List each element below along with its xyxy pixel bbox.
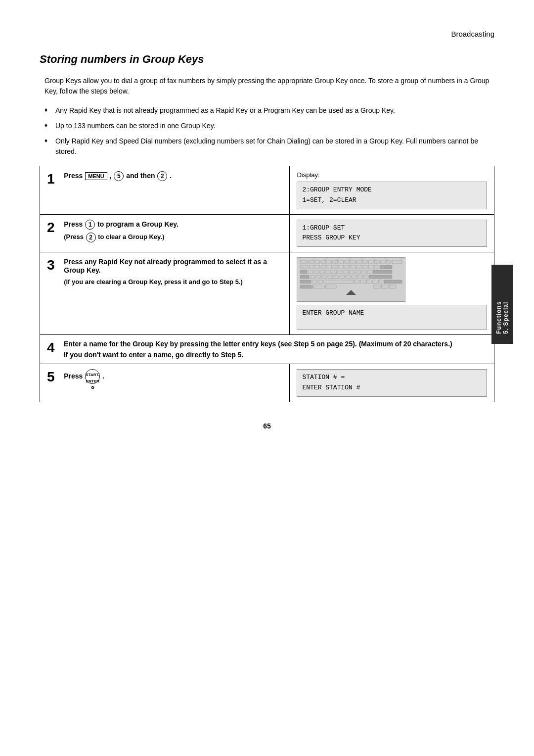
svg-rect-6 (339, 260, 344, 264)
svg-rect-49 (340, 275, 345, 279)
step-1-row: 1 Press MENU , 5 and then 2 . (40, 166, 494, 215)
svg-rect-27 (368, 265, 373, 269)
display-line-2-1: 1:GROUP SET (302, 223, 482, 234)
side-tab: 5. SpecialFunctions (491, 265, 513, 344)
step-4-sub1: If you don't want to enter a name, go di… (64, 351, 485, 359)
svg-rect-21 (333, 265, 338, 269)
step-2-rest: to program a Group Key. (97, 220, 178, 228)
svg-rect-61 (366, 280, 371, 284)
svg-rect-40 (361, 270, 366, 274)
svg-rect-47 (328, 275, 333, 279)
step-2-row: 2 Press 1 to program a Group Key. (Press… (40, 214, 494, 252)
svg-rect-31 (308, 270, 313, 274)
svg-rect-19 (321, 265, 326, 269)
step-5-content: 5 Press START/ENTER✿ . (47, 369, 282, 385)
svg-rect-48 (334, 275, 339, 279)
page-number: 65 (40, 422, 494, 430)
bullet-item-3: Only Rapid Key and Speed Dial numbers (e… (44, 136, 494, 157)
side-tab-label: 5. SpecialFunctions (495, 301, 509, 334)
svg-rect-62 (372, 280, 377, 284)
svg-rect-26 (362, 265, 367, 269)
svg-rect-69 (381, 285, 388, 288)
svg-rect-58 (324, 280, 354, 284)
svg-rect-11 (368, 260, 373, 264)
display-line-1-2: 1=SET, 2=CLEAR (302, 195, 482, 206)
svg-rect-12 (374, 260, 379, 264)
step-1-left: 1 Press MENU , 5 and then 2 . (40, 166, 290, 215)
steps-container: 1 Press MENU , 5 and then 2 . (40, 166, 494, 402)
step-5-display: STATION # = ENTER STATION # (290, 364, 494, 402)
section-title: Storing numbers in Group Keys (40, 53, 494, 66)
svg-rect-60 (360, 280, 365, 284)
svg-rect-2 (315, 260, 320, 264)
svg-rect-68 (373, 285, 380, 288)
svg-rect-50 (346, 275, 351, 279)
step-3-sub: (If you are clearing a Group Key, press … (64, 278, 280, 285)
start-enter-key: START/ENTER✿ (85, 369, 100, 384)
keyboard-image (297, 257, 405, 302)
svg-rect-37 (344, 270, 349, 274)
svg-rect-10 (362, 260, 367, 264)
svg-rect-45 (316, 275, 321, 279)
svg-rect-70 (389, 285, 396, 288)
svg-rect-35 (332, 270, 337, 274)
step-1-press-text: Press (64, 172, 83, 180)
svg-rect-15 (392, 260, 402, 264)
step-1-number: 1 (47, 171, 62, 187)
svg-rect-23 (345, 265, 350, 269)
svg-rect-7 (345, 260, 350, 264)
svg-rect-24 (351, 265, 356, 269)
svg-rect-30 (300, 270, 307, 274)
step-2-instruction: Press 1 to program a Group Key. (Press 2… (64, 220, 280, 242)
display-box-5: STATION # = ENTER STATION # (297, 369, 487, 397)
display-box-1: 2:GROUP ENTRY MODE 1=SET, 2=CLEAR (297, 182, 487, 209)
svg-rect-4 (327, 260, 332, 264)
key-5: 5 (114, 171, 124, 181)
svg-rect-1 (309, 260, 314, 264)
step-5-press-text: Press (64, 372, 83, 380)
svg-rect-64 (384, 280, 402, 284)
step-3-number: 3 (47, 257, 62, 273)
svg-rect-25 (356, 265, 361, 269)
svg-rect-9 (356, 260, 361, 264)
svg-rect-46 (322, 275, 327, 279)
svg-marker-71 (346, 290, 356, 295)
svg-rect-29 (380, 265, 392, 269)
svg-rect-13 (380, 260, 385, 264)
svg-rect-54 (369, 275, 392, 279)
key-2: 2 (157, 171, 167, 181)
keyboard-svg (299, 259, 403, 300)
step-5-end: . (102, 372, 104, 380)
bullet-item-1: Any Rapid Key that is not already progra… (44, 105, 494, 116)
step-4-full: 4 Enter a name for the Group Key by pres… (40, 335, 494, 364)
svg-rect-42 (373, 270, 392, 274)
svg-rect-67 (325, 285, 336, 288)
svg-rect-8 (351, 260, 356, 264)
step-4-instruction: Enter a name for the Group Key by pressi… (64, 340, 485, 359)
svg-rect-63 (378, 280, 383, 284)
svg-rect-56 (312, 280, 317, 284)
step-2-content: 2 Press 1 to program a Group Key. (Press… (47, 220, 282, 242)
svg-rect-55 (300, 280, 311, 284)
step-3-display: ENTER GROUP NAME (290, 252, 494, 335)
svg-rect-66 (313, 285, 324, 288)
svg-rect-41 (367, 270, 372, 274)
svg-rect-43 (300, 275, 309, 279)
step-1-instruction: Press MENU , 5 and then 2 . (64, 171, 280, 181)
step-3-content: 3 Press any Rapid Key not already progra… (47, 257, 282, 285)
svg-rect-51 (352, 275, 356, 279)
step-2-number: 2 (47, 220, 62, 236)
svg-rect-33 (320, 270, 325, 274)
step-3-row: 3 Press any Rapid Key not already progra… (40, 252, 494, 335)
svg-rect-57 (318, 280, 323, 284)
menu-key: MENU (85, 172, 107, 180)
step-4-main: Enter a name for the Group Key by pressi… (64, 340, 452, 348)
steps-table: 1 Press MENU , 5 and then 2 . (40, 166, 494, 402)
svg-rect-3 (321, 260, 326, 264)
step-2-left: 2 Press 1 to program a Group Key. (Press… (40, 214, 290, 252)
display-line-5-1: STATION # = (302, 373, 482, 383)
intro-paragraph: Group Keys allow you to dial a group of … (44, 76, 494, 96)
step-2-display: 1:GROUP SET PRESS GROUP KEY (290, 214, 494, 252)
step-5-row: 5 Press START/ENTER✿ . STATION # = (40, 364, 494, 402)
svg-rect-5 (333, 260, 338, 264)
